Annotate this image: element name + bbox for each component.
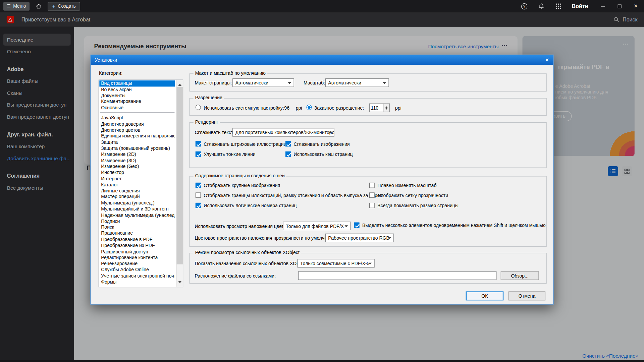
checkbox[interactable] [369, 183, 375, 188]
checkbox-enhance-thin-lines[interactable]: Улучшать тонкие линии [196, 152, 256, 157]
checkbox[interactable] [285, 152, 291, 157]
category-item[interactable]: Подписи [99, 218, 175, 224]
home-button[interactable] [33, 1, 44, 11]
page-layout-select[interactable]: Автоматически [232, 78, 294, 87]
checkbox[interactable] [196, 183, 201, 188]
category-item[interactable]: Измерение (Geo) [99, 164, 175, 170]
category-item[interactable]: Мастер операций [99, 194, 175, 200]
category-item[interactable]: Измерение (2D) [99, 152, 175, 158]
category-item[interactable]: Рецензирование [99, 261, 175, 267]
checkbox-logical-page-numbers[interactable]: Использовать логические номера страниц [196, 203, 297, 208]
browse-button[interactable]: Обзор... [501, 271, 539, 280]
checkbox-always-show-page-size[interactable]: Всегда показывать размер страницы [369, 203, 459, 208]
category-item[interactable]: Преобразование в PDF [99, 236, 175, 242]
category-label: Диспетчер доверия [101, 121, 144, 126]
checkbox-use-page-cache[interactable]: Использовать кэш страниц [285, 152, 353, 157]
checkbox[interactable] [196, 141, 201, 146]
category-item[interactable]: Службы Adobe Online [99, 267, 175, 273]
checkbox-smooth-images[interactable]: Сглаживать изображения [285, 141, 350, 146]
categories-scrollbar[interactable] [176, 80, 183, 287]
category-item[interactable]: Измерение (3D) [99, 158, 175, 164]
checkbox-show-large-images[interactable]: Отображать крупные изображения [196, 183, 280, 188]
blend-space-value: Рабочее пространство RGB [328, 235, 389, 240]
ok-button[interactable]: ОК [466, 291, 504, 300]
category-item[interactable]: Диспетчер цветов [99, 127, 175, 133]
preferences-dialog: Установки ✕ Категории: Вид страницы Во в… [90, 55, 553, 305]
dialog-titlebar[interactable]: Установки ✕ [91, 55, 553, 65]
group-title: Содержимое страницы и сведения о ней [194, 173, 286, 178]
checkbox-smooth-zoom[interactable]: Плавно изменять масштаб [369, 183, 437, 188]
checkbox-transparency-grid[interactable]: Отображать сетку прозрачности [369, 192, 448, 198]
category-item[interactable]: Надежная мультимедиа (унаслед.) [99, 212, 175, 218]
category-item[interactable]: Диспетчер доверия [99, 121, 175, 127]
scrollbar-down-icon[interactable] [177, 280, 183, 287]
spinner-up-icon[interactable] [384, 104, 389, 108]
category-item[interactable]: Преобразование из PDF [99, 242, 175, 248]
checkbox[interactable] [354, 223, 360, 228]
minimize-button[interactable] [595, 0, 611, 12]
checkbox[interactable] [369, 192, 375, 198]
custom-resolution-unit: ppi [395, 106, 401, 111]
checkbox[interactable] [369, 203, 375, 208]
close-button[interactable]: ✕ [628, 0, 644, 12]
maximize-button[interactable] [611, 0, 628, 12]
scrollbar-up-icon[interactable] [177, 80, 183, 87]
category-item[interactable]: Инспектор [99, 170, 175, 176]
checkbox[interactable] [196, 192, 201, 198]
category-item[interactable]: Документы [99, 93, 175, 99]
overprint-preview-select[interactable]: Только для файлов PDF/X [283, 222, 351, 230]
category-label: Комментирование [101, 99, 141, 104]
category-item[interactable]: Мультимедийный и 3D-контент [99, 206, 175, 212]
radio-custom-resolution[interactable] [306, 105, 312, 110]
category-item[interactable]: Каталог [99, 182, 175, 188]
category-item[interactable]: Защита [99, 139, 175, 145]
category-item[interactable]: Единицы измерения и направляющие [99, 133, 175, 139]
menu-button[interactable]: ☰ Меню [3, 2, 30, 11]
checkbox-label: Улучшать тонкие линии [204, 152, 255, 157]
notifications-button[interactable] [536, 1, 547, 11]
category-item[interactable]: Комментирование [99, 99, 175, 105]
category-item[interactable]: Расширенный доступ [99, 248, 175, 254]
category-item[interactable]: Редактирование контента [99, 255, 175, 261]
category-item[interactable]: Интернет [99, 176, 175, 182]
categories-list[interactable]: Вид страницы Во весь экран Документы Ком… [99, 80, 183, 288]
help-button[interactable]: ? [519, 1, 530, 11]
category-label: Личные сведения [101, 188, 140, 193]
checkbox-show-art-trim-bleed[interactable]: Отображать границы иллюстраций, рамку от… [196, 192, 382, 198]
radio-use-system-resolution[interactable] [196, 105, 201, 110]
checkbox-shift-multiselect[interactable]: Выделять несколько элементов одновременн… [354, 223, 546, 228]
scrollbar-thumb[interactable] [177, 87, 183, 264]
zoom-select[interactable]: Автоматически [325, 78, 389, 87]
category-item[interactable]: Учетные записи электронной почты [99, 273, 175, 279]
category-item[interactable]: Личные сведения [99, 188, 175, 194]
category-item[interactable]: Вид страницы [99, 80, 175, 86]
linked-files-location-input[interactable] [298, 271, 496, 280]
apps-grid-button[interactable] [553, 1, 565, 11]
smooth-text-select[interactable]: Для портативных компьютеров/ЖК-мониторов [232, 128, 334, 137]
checkbox-smooth-line-art[interactable]: Сглаживать штриховые иллюстрации [196, 141, 286, 146]
category-item[interactable]: Поиск [99, 224, 175, 230]
blend-space-select[interactable]: Рабочее пространство RGB [325, 234, 394, 242]
xobject-show-value: Только совместимые с PDF/X-5 [300, 261, 369, 266]
checkbox[interactable] [285, 141, 291, 146]
custom-resolution-spinner [369, 104, 390, 112]
create-button[interactable]: + Создать [48, 2, 80, 11]
category-item[interactable]: Основные [99, 105, 175, 111]
xobject-show-select[interactable]: Только совместимые с PDF/X-5 [298, 259, 375, 268]
category-item[interactable]: Правописание [99, 230, 175, 236]
dialog-close-button[interactable]: ✕ [545, 57, 549, 63]
cancel-button[interactable]: Отмена [508, 291, 545, 300]
category-item[interactable]: Мультимедиа (унаслед.) [99, 200, 175, 206]
spinner-down-icon[interactable] [384, 108, 389, 112]
category-item[interactable]: Во весь экран [99, 86, 175, 93]
sign-in-button[interactable]: Войти [572, 3, 588, 9]
category-item[interactable]: Защита (повышенный уровень) [99, 145, 175, 151]
checkbox[interactable] [196, 152, 201, 157]
category-label: Защита [101, 140, 118, 145]
category-item[interactable]: JavaScript [99, 115, 175, 121]
checkbox-label: Сглаживать штриховые иллюстрации [204, 141, 286, 146]
overprint-preview-value: Только для файлов PDF/X [286, 224, 344, 229]
checkbox[interactable] [196, 203, 201, 208]
category-item[interactable]: Формы [99, 279, 175, 285]
custom-resolution-input[interactable] [370, 104, 383, 112]
